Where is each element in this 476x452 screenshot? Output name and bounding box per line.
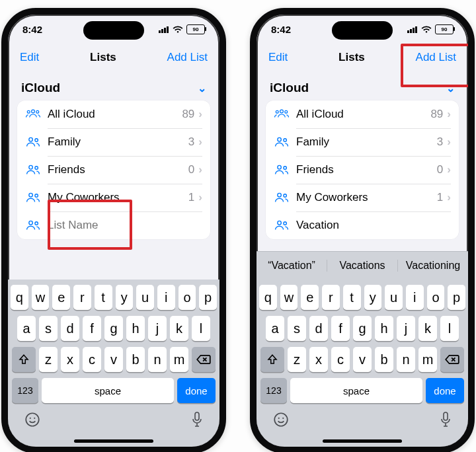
section-header-icloud[interactable]: iCloud ⌄ — [17, 74, 210, 100]
list-item-count: 0 — [188, 163, 194, 176]
key-v[interactable]: v — [353, 347, 372, 372]
key-w[interactable]: w — [280, 285, 298, 310]
key-x[interactable]: x — [309, 347, 328, 372]
key-d[interactable]: d — [61, 316, 79, 341]
key-h[interactable]: h — [375, 316, 393, 341]
predictive-suggestion[interactable]: “Vacation” — [257, 260, 327, 272]
key-e[interactable]: e — [301, 285, 319, 310]
space-key[interactable]: space — [290, 378, 422, 403]
emoji-button[interactable] — [24, 411, 41, 428]
keyboard[interactable]: qwertyuiop asdfghjkl zxcvbnm 123spacedon… — [8, 280, 219, 407]
key-o[interactable]: o — [427, 285, 445, 310]
list-item-new[interactable] — [266, 211, 459, 239]
list-item-label: Friends — [48, 163, 188, 176]
key-i[interactable]: i — [406, 285, 424, 310]
list-name-input[interactable] — [48, 219, 202, 232]
list-item[interactable]: Friends0› — [266, 156, 459, 184]
key-z[interactable]: z — [288, 347, 306, 372]
key-h[interactable]: h — [126, 316, 145, 341]
key-x[interactable]: x — [61, 347, 79, 372]
key-k[interactable]: k — [170, 316, 188, 341]
list-item-new[interactable] — [17, 211, 210, 239]
keyboard[interactable]: qwertyuiop asdfghjkl zxcvbnm 123spacedon… — [257, 280, 468, 407]
list-item[interactable]: My Coworkers1› — [266, 184, 459, 211]
key-l[interactable]: l — [440, 316, 459, 341]
lists-card: All iCloud89›Family3›Friends0›My Coworke… — [17, 100, 210, 239]
dictation-button[interactable] — [439, 411, 452, 430]
emoji-button[interactable] — [272, 411, 290, 428]
svg-point-13 — [29, 221, 32, 224]
svg-point-27 — [284, 139, 286, 141]
predictive-suggestion[interactable]: Vacations — [327, 260, 398, 272]
predictive-bar[interactable]: “Vacation”VacationsVacationing — [257, 251, 468, 280]
section-header-icloud[interactable]: iCloud ⌄ — [266, 74, 459, 100]
dictation-button[interactable] — [190, 411, 204, 430]
key-c[interactable]: c — [331, 347, 350, 372]
key-r[interactable]: r — [322, 285, 340, 310]
list-item[interactable]: Friends0› — [17, 156, 210, 184]
list-item[interactable]: All iCloud89› — [17, 100, 210, 128]
add-list-button[interactable]: Add List — [167, 51, 208, 64]
key-a[interactable]: a — [266, 316, 284, 341]
backspace-key[interactable] — [192, 347, 216, 372]
key-v[interactable]: v — [104, 347, 123, 372]
key-t[interactable]: t — [343, 285, 361, 310]
key-s[interactable]: s — [39, 316, 58, 341]
list-item[interactable]: Family3› — [17, 128, 210, 156]
list-item[interactable]: Family3› — [266, 128, 459, 156]
key-a[interactable]: a — [17, 316, 36, 341]
key-q[interactable]: q — [259, 285, 277, 310]
shift-key[interactable] — [12, 347, 36, 372]
key-k[interactable]: k — [418, 316, 437, 341]
svg-point-5 — [27, 110, 30, 113]
key-b[interactable]: b — [126, 347, 145, 372]
key-b[interactable]: b — [375, 347, 393, 372]
svg-rect-19 — [407, 30, 409, 33]
space-key[interactable]: space — [42, 378, 174, 403]
key-o[interactable]: o — [178, 285, 196, 310]
key-n[interactable]: n — [397, 347, 415, 372]
home-indicator[interactable] — [323, 439, 402, 443]
key-y[interactable]: y — [116, 285, 134, 310]
key-m[interactable]: m — [418, 347, 437, 372]
edit-button[interactable]: Edit — [268, 51, 288, 64]
key-d[interactable]: d — [309, 316, 328, 341]
key-r[interactable]: r — [73, 285, 91, 310]
shift-key[interactable] — [260, 347, 284, 372]
list-name-input[interactable] — [296, 219, 451, 232]
predictive-suggestion[interactable]: Vacationing — [398, 260, 468, 272]
key-j[interactable]: j — [148, 316, 167, 341]
key-p[interactable]: p — [448, 285, 465, 310]
key-e[interactable]: e — [52, 285, 70, 310]
numbers-key[interactable]: 123 — [260, 378, 287, 403]
add-list-button[interactable]: Add List — [416, 51, 456, 64]
backspace-key[interactable] — [440, 347, 464, 372]
key-s[interactable]: s — [288, 316, 306, 341]
key-u[interactable]: u — [385, 285, 403, 310]
key-p[interactable]: p — [199, 285, 217, 310]
key-f[interactable]: f — [83, 316, 101, 341]
key-y[interactable]: y — [364, 285, 382, 310]
key-u[interactable]: u — [136, 285, 154, 310]
key-i[interactable]: i — [157, 285, 175, 310]
key-j[interactable]: j — [397, 316, 415, 341]
people-icon — [25, 136, 41, 148]
numbers-key[interactable]: 123 — [12, 378, 38, 403]
done-key[interactable]: done — [177, 378, 216, 403]
key-z[interactable]: z — [39, 347, 58, 372]
key-g[interactable]: g — [104, 316, 123, 341]
key-f[interactable]: f — [331, 316, 350, 341]
key-q[interactable]: q — [11, 285, 28, 310]
done-key[interactable]: done — [426, 378, 464, 403]
key-c[interactable]: c — [83, 347, 101, 372]
key-w[interactable]: w — [32, 285, 50, 310]
list-item[interactable]: All iCloud89› — [266, 100, 459, 128]
home-indicator[interactable] — [74, 439, 153, 443]
list-item[interactable]: My Coworkers1› — [17, 184, 210, 211]
key-t[interactable]: t — [95, 285, 112, 310]
key-l[interactable]: l — [192, 316, 210, 341]
key-g[interactable]: g — [353, 316, 372, 341]
key-n[interactable]: n — [148, 347, 167, 372]
edit-button[interactable]: Edit — [20, 51, 39, 64]
key-m[interactable]: m — [170, 347, 188, 372]
